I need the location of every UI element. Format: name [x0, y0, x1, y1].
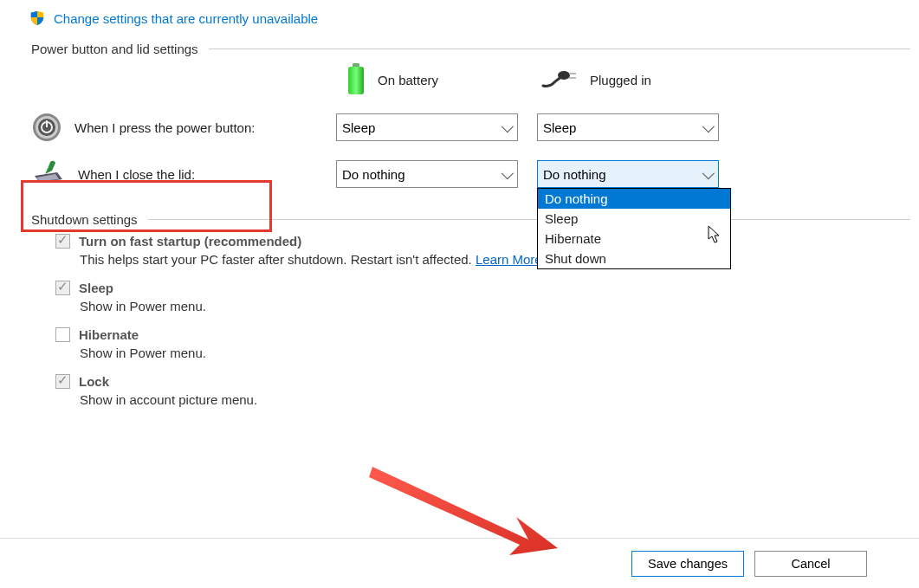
- power-button-lid-title: Power button and lid settings: [31, 42, 198, 56]
- sleep-checkbox[interactable]: [55, 281, 70, 295]
- footer-buttons: Save changes Cancel: [0, 538, 919, 588]
- svg-point-2: [558, 71, 570, 80]
- close-lid-icon: [31, 160, 66, 188]
- lock-desc: Show in account picture menu.: [80, 392, 910, 407]
- battery-icon: [346, 63, 366, 96]
- shutdown-settings-title: Shutdown settings: [31, 212, 138, 227]
- shutdown-settings-section-header: Shutdown settings: [31, 212, 910, 227]
- svg-rect-4: [569, 77, 576, 79]
- fast-startup-checkbox[interactable]: [55, 234, 70, 249]
- fast-startup-title: Turn on fast startup (recommended): [79, 234, 301, 249]
- learn-more-link[interactable]: Learn More: [476, 252, 542, 267]
- cancel-button[interactable]: Cancel: [754, 551, 867, 577]
- lock-title: Lock: [79, 374, 109, 389]
- sleep-title: Sleep: [79, 281, 113, 295]
- hibernate-desc: Show in Power menu.: [80, 346, 910, 360]
- svg-rect-3: [569, 73, 576, 74]
- dropdown-option-sleep[interactable]: Sleep: [538, 209, 730, 229]
- close-lid-row-label: When I close the lid:: [78, 167, 195, 182]
- svg-rect-9: [46, 120, 48, 127]
- power-button-battery-select[interactable]: Sleep: [336, 113, 518, 141]
- plugged-in-column-header: Plugged in: [541, 70, 736, 89]
- change-unavailable-settings-link[interactable]: Change settings that are currently unava…: [29, 10, 910, 26]
- plugged-in-label: Plugged in: [590, 73, 651, 87]
- uac-shield-icon: [29, 10, 45, 26]
- lock-checkbox[interactable]: [55, 374, 70, 389]
- fast-startup-desc: This helps start your PC faster after sh…: [80, 252, 476, 267]
- close-lid-plugged-dropdown: Do nothing Sleep Hibernate Shut down: [537, 188, 731, 269]
- plug-icon: [541, 70, 578, 89]
- close-lid-battery-select[interactable]: Do nothing: [336, 160, 518, 188]
- sleep-desc: Show in Power menu.: [80, 299, 910, 313]
- dropdown-option-hibernate[interactable]: Hibernate: [538, 229, 730, 249]
- save-changes-button[interactable]: Save changes: [631, 551, 744, 577]
- on-battery-label: On battery: [378, 73, 438, 87]
- power-button-icon: [31, 112, 62, 143]
- dropdown-option-do-nothing[interactable]: Do nothing: [538, 189, 730, 209]
- power-button-lid-section-header: Power button and lid settings: [31, 42, 910, 56]
- hibernate-title: Hibernate: [79, 327, 139, 342]
- close-lid-plugged-select[interactable]: Do nothing: [537, 160, 719, 188]
- change-unavailable-settings-text: Change settings that are currently unava…: [54, 11, 318, 26]
- power-button-row-label: When I press the power button:: [74, 120, 255, 135]
- dropdown-option-shut-down[interactable]: Shut down: [538, 249, 730, 268]
- on-battery-column-header: On battery: [346, 63, 541, 96]
- power-button-plugged-select[interactable]: Sleep: [537, 113, 719, 141]
- svg-rect-1: [348, 67, 364, 94]
- hibernate-checkbox[interactable]: [55, 327, 70, 342]
